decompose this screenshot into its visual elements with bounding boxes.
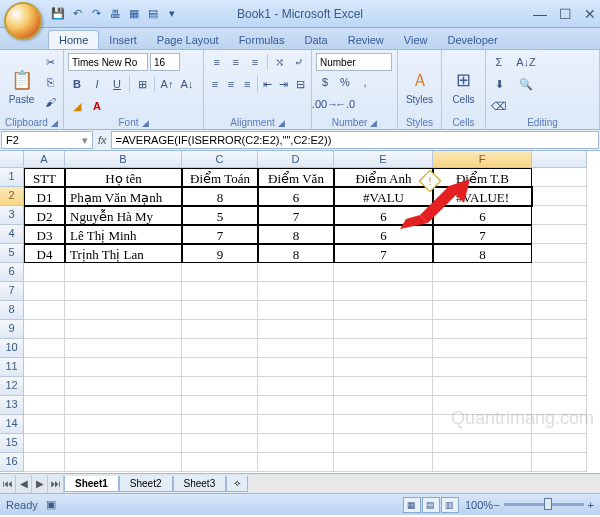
cell[interactable] <box>532 358 587 377</box>
cell[interactable] <box>334 377 433 396</box>
cell[interactable] <box>258 358 334 377</box>
horizontal-scrollbar[interactable] <box>248 476 600 492</box>
table-cell[interactable]: Phạm Văn Mạnh <box>65 187 182 206</box>
cell[interactable] <box>532 377 587 396</box>
cell[interactable] <box>258 415 334 434</box>
styles-button[interactable]: Ａ Styles <box>402 53 437 117</box>
cell[interactable] <box>532 320 587 339</box>
row-header[interactable]: 11 <box>0 358 24 377</box>
column-header[interactable]: B <box>65 151 182 168</box>
cell[interactable] <box>24 320 65 339</box>
table-cell[interactable]: 6 <box>334 206 433 225</box>
tab-page-layout[interactable]: Page Layout <box>147 31 229 49</box>
cell[interactable] <box>182 301 258 320</box>
tab-home[interactable]: Home <box>48 30 99 49</box>
table-cell[interactable]: 7 <box>182 225 258 244</box>
row-header[interactable]: 16 <box>0 453 24 472</box>
cell[interactable] <box>532 282 587 301</box>
page-break-view-icon[interactable]: ▥ <box>441 497 459 513</box>
align-bottom-icon[interactable]: ≡ <box>246 53 263 71</box>
cell[interactable] <box>433 377 532 396</box>
tab-insert[interactable]: Insert <box>99 31 147 49</box>
cell[interactable] <box>24 339 65 358</box>
clipboard-launcher-icon[interactable]: ◢ <box>51 118 58 128</box>
table-cell[interactable]: Lê Thị Minh <box>65 225 182 244</box>
cell[interactable] <box>65 282 182 301</box>
row-header[interactable]: 15 <box>0 434 24 453</box>
currency-icon[interactable]: $ <box>316 73 334 91</box>
office-button[interactable] <box>4 2 42 40</box>
cell[interactable] <box>258 377 334 396</box>
cell[interactable] <box>182 263 258 282</box>
cell[interactable] <box>65 301 182 320</box>
row-header[interactable]: 8 <box>0 301 24 320</box>
row-header[interactable]: 1 <box>0 168 24 187</box>
cell[interactable] <box>65 358 182 377</box>
qat-icon[interactable]: ▦ <box>126 6 142 22</box>
cell[interactable] <box>532 453 587 472</box>
cell[interactable] <box>532 206 587 225</box>
shrink-font-icon[interactable]: A↓ <box>178 75 196 93</box>
cell[interactable] <box>433 434 532 453</box>
table-cell[interactable]: 9 <box>182 244 258 263</box>
cell[interactable] <box>24 396 65 415</box>
cell[interactable] <box>433 263 532 282</box>
fill-color-button[interactable]: ◢ <box>68 97 86 115</box>
cell[interactable] <box>65 377 182 396</box>
orientation-icon[interactable]: ⤭ <box>271 53 288 71</box>
tab-formulas[interactable]: Formulas <box>229 31 295 49</box>
decrease-indent-icon[interactable]: ⇤ <box>261 75 275 93</box>
row-header[interactable]: 6 <box>0 263 24 282</box>
cell[interactable] <box>258 263 334 282</box>
cell[interactable] <box>334 301 433 320</box>
table-header-cell[interactable]: Điểm Toán <box>182 168 258 187</box>
font-launcher-icon[interactable]: ◢ <box>142 118 149 128</box>
formula-input[interactable] <box>111 131 599 149</box>
cell[interactable] <box>65 339 182 358</box>
cell[interactable] <box>65 396 182 415</box>
cell[interactable] <box>532 339 587 358</box>
cell[interactable] <box>532 187 587 206</box>
new-sheet-button[interactable]: ✧ <box>226 476 248 492</box>
cell[interactable] <box>65 415 182 434</box>
table-cell[interactable]: 6 <box>334 225 433 244</box>
border-button[interactable]: ⊞ <box>133 75 151 93</box>
zoom-level[interactable]: 100% <box>465 499 493 511</box>
align-left-icon[interactable]: ≡ <box>208 75 222 93</box>
maximize-button[interactable]: ☐ <box>559 6 572 22</box>
zoom-in-button[interactable]: + <box>588 499 594 511</box>
column-header[interactable] <box>532 151 587 168</box>
cell[interactable] <box>433 453 532 472</box>
column-header[interactable]: C <box>182 151 258 168</box>
selected-cell[interactable]: #VALUE! <box>433 187 532 206</box>
grow-font-icon[interactable]: A↑ <box>158 75 176 93</box>
table-cell[interactable]: 7 <box>258 206 334 225</box>
cell[interactable] <box>334 320 433 339</box>
cell[interactable] <box>24 415 65 434</box>
cell[interactable] <box>24 282 65 301</box>
cell[interactable] <box>532 225 587 244</box>
cell[interactable] <box>258 453 334 472</box>
minimize-button[interactable]: — <box>533 6 547 22</box>
paste-button[interactable]: 📋 Paste <box>4 53 39 117</box>
tab-data[interactable]: Data <box>294 31 337 49</box>
cell[interactable] <box>532 263 587 282</box>
sheet-nav-last-icon[interactable]: ⏭ <box>48 475 64 493</box>
fx-button[interactable]: fx <box>98 134 107 146</box>
cell[interactable] <box>258 339 334 358</box>
increase-decimal-icon[interactable]: .00→ <box>316 95 334 113</box>
cell[interactable] <box>24 301 65 320</box>
row-header[interactable]: 10 <box>0 339 24 358</box>
number-format-combo[interactable] <box>316 53 392 71</box>
column-header[interactable]: E <box>334 151 433 168</box>
cell[interactable] <box>334 282 433 301</box>
cell[interactable] <box>258 320 334 339</box>
row-header[interactable]: 9 <box>0 320 24 339</box>
row-header[interactable]: 2 <box>0 187 24 206</box>
cell[interactable] <box>24 434 65 453</box>
zoom-slider[interactable] <box>504 503 584 506</box>
select-all-corner[interactable] <box>0 151 24 168</box>
cell[interactable] <box>182 396 258 415</box>
comma-icon[interactable]: , <box>356 73 374 91</box>
cell[interactable] <box>334 434 433 453</box>
